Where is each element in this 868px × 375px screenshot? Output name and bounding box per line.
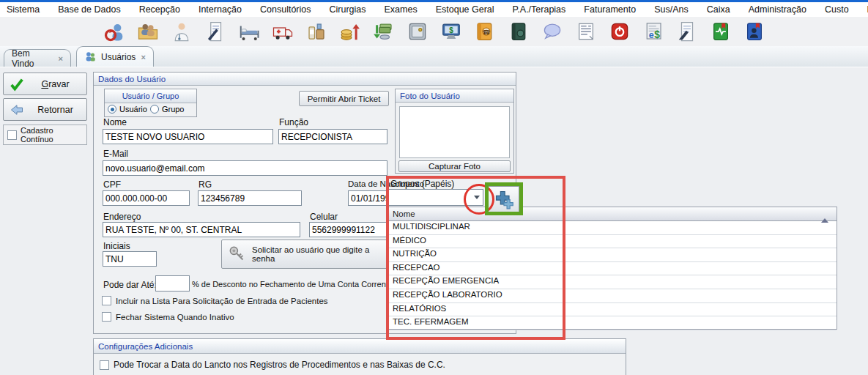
configuracoes-adicionais-panel: Configurações Adicionais Pode Trocar a D…: [93, 338, 626, 375]
add-plus-icon: [494, 189, 514, 209]
close-icon[interactable]: ×: [59, 54, 63, 63]
list-item[interactable]: RELATÓRIOS: [389, 303, 837, 317]
list-item[interactable]: RECEPCAO: [389, 262, 837, 276]
grupos-list-header[interactable]: Nome: [389, 207, 837, 221]
phone-book-icon[interactable]: ☎: [472, 19, 497, 44]
menu-item[interactable]: Consultórios: [260, 4, 311, 15]
app-window: SistemaBase de DadosRecepçãoInternaçãoCo…: [0, 0, 868, 375]
desconto-input[interactable]: [155, 275, 190, 292]
grupos-combo[interactable]: [388, 189, 483, 206]
menu-item[interactable]: Base de Dados: [58, 4, 120, 15]
tab-bar: Bem Vindo × Usuários ×: [0, 46, 868, 67]
capturar-foto-button[interactable]: Capturar Foto: [398, 160, 511, 172]
menu-item[interactable]: Recepção: [139, 4, 180, 15]
desconto-label: Pode dar Até:: [103, 280, 157, 290]
funcao-input[interactable]: [278, 129, 387, 144]
celular-input[interactable]: [309, 222, 388, 237]
nome-input[interactable]: [103, 129, 273, 144]
retornar-button[interactable]: Retornar: [3, 98, 87, 121]
money-in-icon[interactable]: [338, 19, 363, 44]
solicitar-senha-button[interactable]: Solicitar ao usuário que digite a senha: [221, 240, 396, 269]
menu-item[interactable]: Estoque Geral: [436, 4, 494, 15]
list-item[interactable]: RECEPÇÃO EMERGENCIA: [389, 275, 837, 289]
gravar-label: Gravar: [30, 79, 81, 89]
option-checkbox[interactable]: [102, 312, 111, 322]
sort-ascending-icon[interactable]: [821, 209, 828, 218]
money-out-icon[interactable]: [371, 19, 396, 44]
add-group-button[interactable]: [488, 186, 519, 212]
menu-item[interactable]: Sistema: [7, 4, 40, 15]
foto-usuario-box: Foto do Usuário Capturar Foto: [395, 89, 514, 174]
config-option-checkbox[interactable]: [100, 360, 109, 370]
supplies-icon[interactable]: [304, 19, 329, 44]
doctor-icon[interactable]: [169, 19, 194, 44]
foto-usuario-title: Foto do Usuário: [396, 89, 513, 103]
list-item[interactable]: NUTRIÇÃO: [389, 248, 837, 262]
radio-grupo-label: Grupo: [162, 105, 185, 114]
safe-icon[interactable]: [405, 19, 430, 44]
contract-icon[interactable]: [203, 19, 228, 44]
ledger-book-icon[interactable]: [506, 19, 531, 44]
menu-item[interactable]: Exames: [385, 4, 418, 15]
list-item[interactable]: TEC. EFERMAGEM: [389, 316, 837, 330]
cadastro-continuo-checkbox[interactable]: [7, 130, 17, 140]
users-sync-icon[interactable]: [102, 19, 127, 44]
radio-grupo[interactable]: [150, 105, 159, 114]
list-item[interactable]: MÉDICO: [389, 235, 837, 249]
invoice-icon[interactable]: [574, 19, 598, 44]
grupos-list-header-label: Nome: [393, 209, 415, 218]
menu-item[interactable]: Administração: [749, 4, 806, 15]
user-log-icon[interactable]: [742, 19, 767, 44]
iniciais-label: Iniciais: [103, 241, 130, 251]
cpf-input[interactable]: [103, 190, 190, 206]
funcao-label: Função: [279, 117, 308, 127]
usuario-grupo-box: Usuário / Grupo Usuário Grupo: [104, 89, 197, 117]
power-icon[interactable]: [607, 19, 632, 44]
menu-item[interactable]: P.A./Terapias: [513, 4, 566, 15]
email-input[interactable]: [103, 160, 387, 176]
tab-label: Bem Vindo: [12, 48, 54, 69]
list-item[interactable]: MULTIDISCIPLINAR: [389, 221, 837, 235]
celular-label: Celular: [310, 212, 338, 222]
e-billing-icon[interactable]: e$: [641, 19, 666, 44]
cadastro-continuo-label: Cadastro Contínuo: [21, 126, 83, 144]
ambulance-icon[interactable]: [270, 19, 295, 44]
menu-item[interactable]: Sus/Ans: [654, 4, 689, 15]
menu-item[interactable]: Faturamento: [584, 4, 636, 15]
radio-usuario[interactable]: [108, 105, 116, 114]
menu-item[interactable]: Caixa: [707, 4, 730, 15]
hospital-bed-icon[interactable]: [237, 19, 261, 44]
list-item[interactable]: RECEPÇÃO LABORATORIO: [389, 289, 837, 303]
menu-item[interactable]: Cirurgias: [330, 4, 366, 15]
menu-item[interactable]: Custo: [825, 4, 849, 15]
menu-item[interactable]: Internação: [199, 4, 242, 15]
gravar-button[interactable]: Gravar: [3, 73, 87, 95]
configuracoes-adicionais-header: Configurações Adicionais: [94, 339, 626, 354]
endereco-input[interactable]: [103, 222, 300, 237]
chevron-down-icon[interactable]: [471, 190, 483, 205]
health-log-icon[interactable]: [708, 19, 733, 44]
chat-icon[interactable]: [540, 19, 565, 44]
option-checkbox[interactable]: [102, 296, 111, 305]
permitir-abrir-ticket-button[interactable]: Permitir Abrir Ticket: [299, 91, 389, 106]
menu-bar: SistemaBase de DadosRecepçãoInternaçãoCo…: [0, 2, 868, 17]
permitir-abrir-ticket-label: Permitir Abrir Ticket: [308, 94, 381, 103]
tab-usuarios[interactable]: Usuários ×: [76, 46, 154, 67]
close-icon[interactable]: ×: [141, 53, 146, 62]
dados-usuario-header: Dados do Usuário: [94, 73, 516, 86]
key-icon: [228, 245, 247, 264]
billing-monitor-icon[interactable]: $: [439, 19, 464, 44]
capturar-foto-label: Capturar Foto: [429, 162, 481, 171]
usuario-grupo-radios: Usuário Grupo: [105, 103, 196, 115]
grupos-list: Nome MULTIDISCIPLINARMÉDICONUTRIÇÃORECEP…: [388, 207, 837, 330]
sign-document-icon[interactable]: [675, 19, 700, 44]
tab-bem-vindo[interactable]: Bem Vindo ×: [4, 49, 71, 67]
rg-input[interactable]: [198, 190, 302, 206]
svg-text:$: $: [449, 26, 453, 34]
email-label: E-Mail: [103, 149, 128, 159]
users-folder-icon[interactable]: [136, 19, 160, 44]
foto-preview: [399, 106, 510, 158]
iniciais-input[interactable]: [103, 251, 157, 267]
cpf-label: CPF: [103, 179, 121, 190]
solicitar-senha-label: Solicitar ao usuário que digite a senha: [252, 245, 389, 263]
